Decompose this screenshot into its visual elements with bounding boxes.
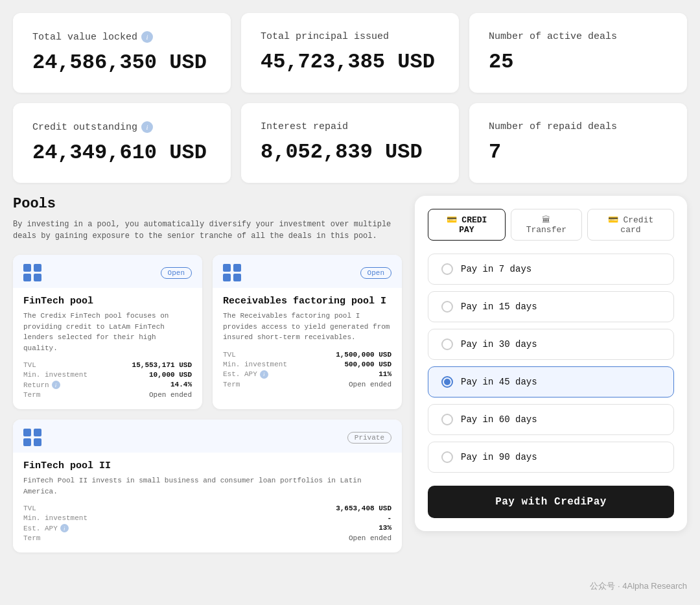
stat-value-number-of-repaid-deals: 7: [489, 140, 668, 164]
pool-icon-sq4: [34, 274, 41, 281]
pool-stat-row: TVL 1,500,000 USD: [223, 351, 391, 359]
pool-card-body-fintech-pool-ii: FinTech pool II FinTech Pool II invests …: [13, 453, 402, 552]
payment-option-label-15-days: Pay in 15 days: [461, 302, 537, 312]
pool-icon-sq4: [233, 274, 241, 281]
pool-stat-key: Est. APY i: [223, 370, 268, 379]
stat-card-credit-outstanding: Credit outstanding i 24,349,610 USD: [13, 103, 231, 183]
radio-outer-15-days: [441, 301, 453, 313]
pool-stat-row: Est. APY i 13%: [23, 524, 391, 532]
pool-stat-key: Term: [23, 534, 40, 542]
stat-value-interest-repaid: 8,052,839 USD: [261, 140, 439, 164]
info-icon-credit-outstanding[interactable]: i: [141, 121, 153, 133]
stat-value-total-value-locked: 24,586,350 USD: [32, 51, 211, 75]
payment-panel: 💳 CREDI PAY🏛 Transfer💳 Credit card Pay i…: [415, 196, 687, 531]
pool-stat-val: Open ended: [349, 381, 391, 388]
stat-label-total-principal-issued: Total principal issued: [261, 31, 439, 42]
payment-option-label-60-days: Pay in 60 days: [461, 414, 537, 425]
payment-option-7-days[interactable]: Pay in 7 days: [428, 254, 674, 285]
payment-tab-transfer[interactable]: 🏛 Transfer: [511, 209, 582, 241]
stat-card-total-value-locked: Total value locked i 24,586,350 USD: [13, 13, 231, 93]
payment-tabs: 💳 CREDI PAY🏛 Transfer💳 Credit card: [428, 209, 674, 241]
pool-stat-key: Term: [223, 381, 240, 388]
payment-options: Pay in 7 daysPay in 15 daysPay in 30 day…: [428, 254, 674, 473]
pool-icon-sq1: [23, 429, 31, 436]
radio-outer-7-days: [441, 263, 453, 275]
page-wrapper: Total value locked i 24,586,350 USD Tota…: [13, 13, 687, 552]
pool-stat-row: TVL 3,653,408 USD: [23, 504, 391, 512]
pool-stat-key: Est. APY i: [23, 524, 69, 532]
pool-icon-fintech-pool: [23, 264, 41, 281]
pool-icon-sq3: [23, 274, 31, 281]
stat-card-number-of-active-deals: Number of active deals 25: [469, 13, 687, 93]
pool-stat-row: Term Open ended: [23, 391, 192, 399]
stat-label-interest-repaid: Interest repaid: [261, 121, 439, 132]
pool-stats-receivables-factoring-pool-i: TVL 1,500,000 USD Min. investment 500,00…: [223, 351, 391, 388]
pools-title: Pools: [13, 196, 402, 212]
pool-stat-val: 13%: [379, 524, 391, 532]
pool-stat-key: Min. investment: [223, 361, 287, 368]
watermark: 公众号 · 4Alpha Research: [590, 580, 687, 592]
pool-desc-fintech-pool: The Credix FinTech pool focuses on provi…: [23, 311, 192, 353]
pool-card-fintech-pool[interactable]: Open FinTech pool The Credix FinTech poo…: [13, 255, 202, 409]
pools-section: Pools By investing in a pool, you automa…: [13, 196, 402, 552]
pool-stat-row: Min. investment 500,000 USD: [223, 361, 391, 368]
stat-label-number-of-repaid-deals: Number of repaid deals: [489, 121, 668, 132]
pool-card-header-fintech-pool: Open: [13, 255, 202, 288]
payment-option-90-days[interactable]: Pay in 90 days: [428, 442, 674, 473]
pool-stat-row: Return i 14.4%: [23, 381, 192, 389]
pool-stat-val: 3,653,408 USD: [336, 504, 391, 512]
pool-icon-sq4: [34, 438, 41, 446]
pool-desc-receivables-factoring-pool-i: The Receivables factoring pool I provide…: [223, 311, 391, 343]
pool-stat-key: Return i: [23, 381, 60, 389]
payment-tab-credi-pay[interactable]: 💳 CREDI PAY: [428, 209, 506, 241]
pool-icon-sq3: [223, 274, 231, 281]
pool-card-header-fintech-pool-ii: Private: [13, 420, 402, 453]
payment-option-45-days[interactable]: Pay in 45 days: [428, 366, 674, 397]
stat-label-credit-outstanding: Credit outstanding i: [32, 121, 211, 133]
stat-label-total-value-locked: Total value locked i: [32, 31, 211, 43]
pool-stat-key: Min. investment: [23, 371, 88, 379]
payment-tab-credit-card[interactable]: 💳 Credit card: [587, 209, 674, 241]
stat-card-interest-repaid: Interest repaid 8,052,839 USD: [241, 103, 459, 183]
pool-icon-sq2: [233, 264, 241, 272]
payment-option-label-7-days: Pay in 7 days: [461, 264, 531, 274]
info-icon-small[interactable]: i: [260, 370, 268, 379]
pool-stat-row: Term Open ended: [23, 534, 391, 542]
pool-stat-key: TVL: [223, 351, 236, 359]
pool-badge-receivables-factoring-pool-i: Open: [360, 267, 391, 279]
info-icon-small[interactable]: i: [60, 524, 69, 532]
pool-stat-key: Min. investment: [23, 514, 88, 522]
stat-label-number-of-active-deals: Number of active deals: [489, 31, 668, 42]
payment-option-label-30-days: Pay in 30 days: [461, 339, 537, 350]
info-icon-total-value-locked[interactable]: i: [141, 31, 153, 43]
payment-option-15-days[interactable]: Pay in 15 days: [428, 291, 674, 322]
pool-stat-val: 14.4%: [170, 381, 192, 389]
radio-outer-60-days: [441, 414, 453, 425]
pool-stat-key: TVL: [23, 361, 36, 369]
pool-stat-row: Est. APY i 11%: [223, 370, 391, 379]
info-icon-small[interactable]: i: [52, 381, 60, 389]
pay-button[interactable]: Pay with CrediPay: [428, 486, 674, 518]
pool-stat-val: Open ended: [349, 534, 391, 542]
payment-option-30-days[interactable]: Pay in 30 days: [428, 329, 674, 360]
pool-desc-fintech-pool-ii: FinTech Pool II invests in small busines…: [23, 475, 391, 497]
pool-stat-val: 11%: [379, 370, 391, 379]
pool-card-body-receivables-factoring-pool-i: Receivables factoring pool I The Receiva…: [213, 288, 402, 399]
pool-stat-val: 500,000 USD: [344, 361, 391, 368]
pool-card-fintech-pool-ii[interactable]: Private FinTech pool II FinTech Pool II …: [13, 420, 402, 552]
pool-stat-val: 15,553,171 USD: [132, 361, 192, 369]
pool-card-receivables-factoring-pool-i[interactable]: Open Receivables factoring pool I The Re…: [213, 255, 402, 409]
payment-option-60-days[interactable]: Pay in 60 days: [428, 404, 674, 435]
radio-inner-45-days: [444, 379, 450, 385]
pool-stat-key: TVL: [23, 504, 36, 512]
stat-value-total-principal-issued: 45,723,385 USD: [261, 50, 439, 74]
pools-grid: Open FinTech pool The Credix FinTech poo…: [13, 255, 402, 552]
stat-value-number-of-active-deals: 25: [489, 50, 668, 74]
pool-stat-row: TVL 15,553,171 USD: [23, 361, 192, 369]
pool-badge-fintech-pool-ii: Private: [347, 432, 391, 444]
pool-stats-fintech-pool: TVL 15,553,171 USD Min. investment 10,00…: [23, 361, 192, 399]
radio-outer-45-days: [441, 376, 453, 388]
pool-name-receivables-factoring-pool-i: Receivables factoring pool I: [223, 296, 391, 307]
pool-card-header-receivables-factoring-pool-i: Open: [213, 255, 402, 288]
pool-stat-row: Min. investment -: [23, 514, 391, 522]
